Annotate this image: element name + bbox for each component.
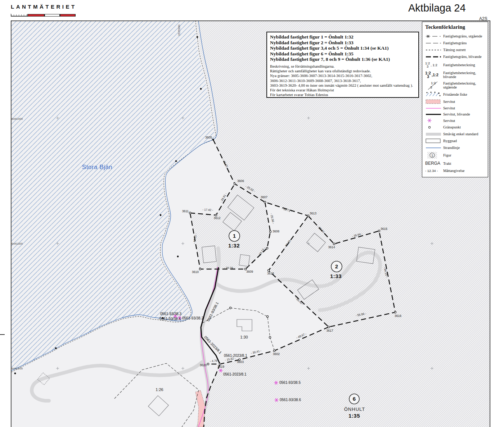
legend-item: Servitut: [425, 105, 485, 111]
svg-text:1:2: 1:2: [431, 81, 436, 85]
map-sheet: LANTMÄTERIET Aktbilaga 24 A2S: [0, 0, 504, 427]
fishing-icon: [425, 91, 443, 97]
legend-item: Tätning outrett: [425, 46, 485, 53]
margin-tick: [0, 334, 5, 335]
northing-label: 6441300: [12, 242, 23, 245]
building-icon: [425, 138, 443, 144]
figure-icon: 1: [425, 151, 443, 159]
legend-item: 1 Figur: [425, 151, 485, 159]
svg-text:- 4.79 -: - 4.79 -: [210, 359, 219, 363]
legend-item: 1:23, 1:2 Fastighetsbeteckning: [425, 60, 485, 69]
legend-item: - 12.34 - Måttangivelse: [425, 167, 485, 174]
road-icon: [425, 132, 443, 136]
svg-text:- 39.78 -: - 39.78 -: [224, 266, 235, 269]
svg-text:3613: 3613: [310, 212, 316, 215]
servitut-point-icon: [425, 118, 443, 123]
svg-text:3608: 3608: [273, 230, 279, 233]
svg-text:3612: 3612: [214, 216, 221, 220]
info-body-line: Nya gränser: 3605-3606-3607-3613-3614-36…: [270, 73, 415, 78]
trakt-sample: BERGA: [425, 161, 443, 166]
designation-new-sample: 1:23,1:2: [425, 71, 443, 78]
info-body-line: 3606-3612-3611-3610-3609-3608-3607, 3613…: [270, 78, 415, 83]
easting-label: 1525900: [177, 24, 181, 36]
svg-text:1: 1: [233, 233, 236, 239]
legend-item: Byggnad: [425, 137, 485, 144]
northing-label: 6441400: [12, 117, 23, 121]
legend-item: Servitut, blivande: [425, 111, 485, 117]
svg-text:0561-2023/8.1: 0561-2023/8.1: [223, 372, 247, 376]
scale-bar-ruler: [11, 14, 27, 17]
info-bold-line: Nybildad fastighet figur 2 = Önhult 1:33: [270, 40, 415, 46]
scale-bar-segment: [27, 14, 44, 17]
info-body-line: Beskrivning, se förrättningshandlingarna…: [270, 64, 415, 69]
scale-bar-segment: [60, 14, 76, 17]
svg-text:3616: 3616: [395, 314, 401, 318]
legend-item: Strandlinje: [425, 144, 485, 151]
svg-text:0561-93/38.5: 0561-93/38.5: [279, 381, 301, 385]
legend-item: Småväg enkel standard: [425, 131, 485, 137]
property-info-box: Nybildad fastighet figur 1 = Önhult 1:32…: [266, 32, 419, 98]
legend-item: Fastighetsgräns, utgående: [425, 33, 485, 40]
legend-item: Gränspunkt: [425, 124, 485, 131]
legend-item: 1:2 3 Fastighetsbeteckning, utgående: [425, 80, 485, 90]
svg-text:1:30: 1:30: [240, 335, 248, 339]
designation-sample: 1:23, 1:2: [425, 62, 443, 68]
svg-text:1: 1: [431, 154, 433, 157]
legend-item: Servitut: [425, 98, 485, 105]
svg-text:0561-93/38.3: 0561-93/38.3: [160, 312, 181, 316]
svg-text:0561-2023/8.1: 0561-2023/8.1: [224, 354, 247, 358]
svg-text:0561-93/38.2: 0561-93/38.2: [182, 316, 203, 320]
info-bold-line: Nybildad fastighet figur 6 = Önhult 1:35: [270, 51, 415, 57]
svg-text:1:26: 1:26: [156, 387, 163, 392]
svg-text:1:32: 1:32: [228, 242, 240, 249]
svg-text:1:35: 1:35: [348, 413, 360, 419]
svg-text:3611: 3611: [182, 209, 189, 213]
svg-text:3: 3: [430, 85, 432, 89]
info-body-line: 3603-3619-3620- 4,00 m öster om inmätt v…: [270, 83, 415, 88]
svg-text:- 17.42 -: - 17.42 -: [202, 208, 213, 212]
svg-text:3609: 3609: [246, 270, 253, 273]
servitut-line-icon: [425, 106, 443, 110]
servitut-area-icon: [425, 99, 443, 104]
boundary-new-icon: [425, 54, 443, 59]
legend-item: BERGA Trakt: [425, 159, 485, 167]
lake-name: Stora Bjän: [82, 164, 112, 171]
boundary-icon: [425, 41, 443, 46]
svg-text:0561-93/38.4: 0561-93/38.4: [159, 317, 181, 321]
svg-text:1:33: 1:33: [330, 273, 342, 279]
granspunkt-icon: [425, 125, 443, 130]
servitut-new-icon: [425, 113, 443, 116]
svg-text:6: 6: [353, 396, 356, 402]
svg-text:3607: 3607: [261, 195, 267, 199]
scale-bar-segment: [44, 14, 60, 17]
legend-item: 1:23,1:2 Fastighetsbeteckning, blivande: [425, 69, 485, 80]
measure-sample: - 12.34 -: [425, 169, 443, 173]
scale-bar: [11, 12, 76, 17]
svg-text:3606: 3606: [237, 179, 244, 183]
svg-text:3620: 3620: [200, 363, 207, 367]
info-bold-line: Nybildad fastighet figur 7, 8 och 9 = Ön…: [270, 56, 415, 62]
svg-text:3605: 3605: [205, 136, 212, 139]
legend-item: Servitut: [425, 117, 485, 124]
svg-text:0561-93/38.6: 0561-93/38.6: [280, 398, 301, 402]
page-title: Aktbilaga 24: [408, 2, 466, 14]
info-body-line: För det tekniska svarar Håkan Holmqvist: [270, 88, 415, 92]
boundary-outgoing-icon: [425, 34, 443, 39]
info-body-line: För kartarbetet svarar Tobias Edenius: [270, 92, 415, 97]
svg-text:2: 2: [335, 263, 338, 269]
svg-text:3615: 3615: [381, 227, 387, 231]
info-bold-line: Nybildad fastighet figur 1 = Önhult 1:32: [270, 34, 415, 40]
info-body-line: Rättigheter och samfälligheter kan vara …: [270, 69, 415, 73]
svg-text:3617: 3617: [327, 329, 333, 332]
svg-text:3610: 3610: [192, 270, 199, 274]
svg-text:ÖNHULT: ÖNHULT: [344, 406, 365, 412]
legend-item: Fastighetsgräns: [425, 40, 485, 46]
shoreline-icon: [425, 146, 443, 150]
legend-title: Teckenförklaring: [425, 24, 485, 30]
svg-text:3603: 3603: [237, 360, 244, 364]
svg-text:3614: 3614: [328, 245, 335, 249]
legend: Teckenförklaring Fastighetsgräns, utgåen…: [422, 22, 488, 177]
dashed-line-icon: [425, 47, 443, 53]
svg-text:3619: 3619: [217, 365, 224, 368]
northing-label: 6441200: [12, 367, 23, 370]
